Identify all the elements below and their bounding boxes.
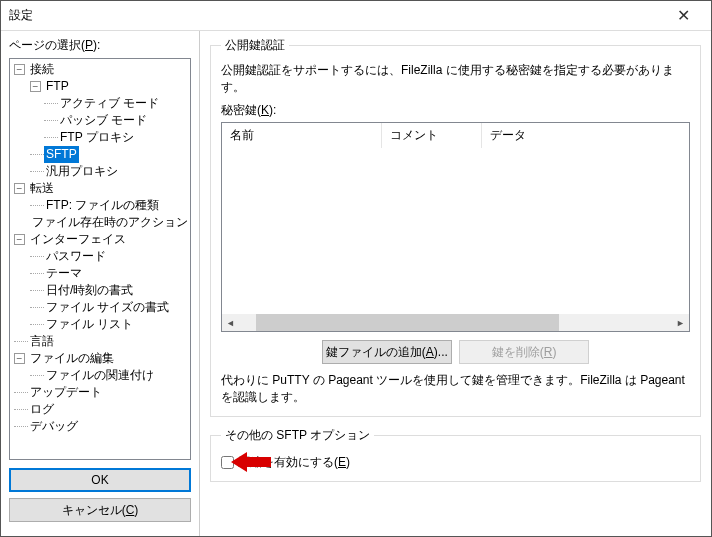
node-language[interactable]: 言語 bbox=[28, 333, 56, 350]
remove-key-button: 鍵を削除(R) bbox=[459, 340, 589, 364]
collapse-icon[interactable]: − bbox=[14, 183, 25, 194]
pageant-note: 代わりに PuTTY の Pageant ツールを使用して鍵を管理できます。Fi… bbox=[221, 372, 690, 406]
ok-button[interactable]: OK bbox=[9, 468, 191, 492]
cancel-button[interactable]: キャンセル(C) bbox=[9, 498, 191, 522]
settings-tree[interactable]: −接続 −FTP アクティブ モード パッシブ モード FTP プロキシ SFT… bbox=[9, 58, 191, 460]
node-fileedit[interactable]: ファイルの編集 bbox=[28, 350, 116, 367]
node-sftp[interactable]: SFTP bbox=[44, 146, 79, 163]
add-key-button[interactable]: 鍵ファイルの追加(A)... bbox=[322, 340, 452, 364]
col-data[interactable]: データ bbox=[482, 123, 689, 148]
collapse-icon[interactable]: − bbox=[30, 81, 41, 92]
other-sftp-legend: その他の SFTP オプション bbox=[221, 427, 374, 444]
node-interface[interactable]: インターフェイス bbox=[28, 231, 128, 248]
collapse-icon[interactable]: − bbox=[14, 353, 25, 364]
pubkey-group: 公開鍵認証 公開鍵認証をサポートするには、FileZilla に使用する秘密鍵を… bbox=[210, 37, 701, 417]
page-select-label: ページの選択(P): bbox=[9, 37, 191, 54]
svg-marker-0 bbox=[231, 452, 271, 472]
close-icon[interactable]: ✕ bbox=[663, 6, 703, 25]
annotation-arrow-icon bbox=[231, 452, 271, 472]
node-genproxy[interactable]: 汎用プロキシ bbox=[44, 163, 120, 180]
node-active[interactable]: アクティブ モード bbox=[58, 95, 161, 112]
scroll-thumb[interactable] bbox=[256, 314, 559, 331]
scroll-left-icon[interactable]: ◄ bbox=[222, 318, 239, 328]
right-panel: 公開鍵認証 公開鍵認証をサポートするには、FileZilla に使用する秘密鍵を… bbox=[200, 31, 711, 536]
node-filesize[interactable]: ファイル サイズの書式 bbox=[44, 299, 171, 316]
pubkey-desc: 公開鍵認証をサポートするには、FileZilla に使用する秘密鍵を指定する必要… bbox=[221, 62, 690, 96]
col-comment[interactable]: コメント bbox=[382, 123, 482, 148]
node-connection[interactable]: 接続 bbox=[28, 61, 56, 78]
node-transfer[interactable]: 転送 bbox=[28, 180, 56, 197]
node-theme[interactable]: テーマ bbox=[44, 265, 84, 282]
node-update[interactable]: アップデート bbox=[28, 384, 104, 401]
scroll-right-icon[interactable]: ► bbox=[672, 318, 689, 328]
node-ftpproxy[interactable]: FTP プロキシ bbox=[58, 129, 136, 146]
node-ftptype[interactable]: FTP: ファイルの種類 bbox=[44, 197, 161, 214]
key-list[interactable]: 名前 コメント データ ◄ ► bbox=[221, 122, 690, 332]
node-fileexists[interactable]: ファイル存在時のアクション bbox=[30, 214, 190, 231]
node-debug[interactable]: デバッグ bbox=[28, 418, 80, 435]
titlebar: 設定 ✕ bbox=[1, 1, 711, 31]
key-list-header: 名前 コメント データ bbox=[222, 123, 689, 148]
hscrollbar[interactable]: ◄ ► bbox=[222, 314, 689, 331]
node-datetime[interactable]: 日付/時刻の書式 bbox=[44, 282, 135, 299]
privkey-label: 秘密鍵(K): bbox=[221, 102, 690, 119]
window-title: 設定 bbox=[9, 7, 663, 24]
collapse-icon[interactable]: − bbox=[14, 234, 25, 245]
key-list-body[interactable] bbox=[222, 148, 689, 314]
other-sftp-group: その他の SFTP オプション 圧縮を有効にする(E) bbox=[210, 427, 701, 482]
node-log[interactable]: ログ bbox=[28, 401, 56, 418]
node-passive[interactable]: パッシブ モード bbox=[58, 112, 149, 129]
left-panel: ページの選択(P): −接続 −FTP アクティブ モード パッシブ モード F… bbox=[1, 31, 200, 536]
node-password[interactable]: パスワード bbox=[44, 248, 108, 265]
collapse-icon[interactable]: − bbox=[14, 64, 25, 75]
node-filelist[interactable]: ファイル リスト bbox=[44, 316, 135, 333]
node-ftp[interactable]: FTP bbox=[44, 78, 71, 95]
node-assoc[interactable]: ファイルの関連付け bbox=[44, 367, 156, 384]
col-name[interactable]: 名前 bbox=[222, 123, 382, 148]
pubkey-legend: 公開鍵認証 bbox=[221, 37, 289, 54]
